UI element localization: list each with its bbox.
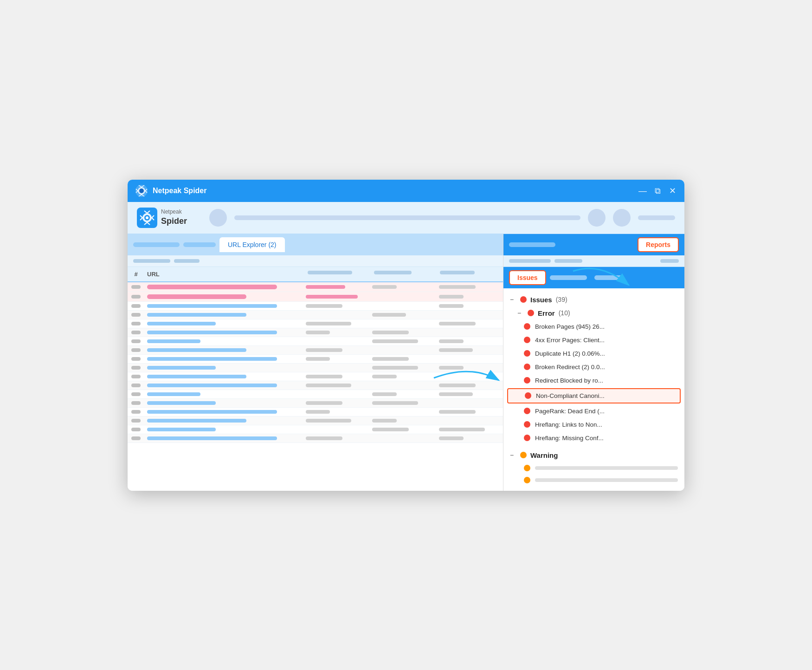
issue-dot [524, 323, 530, 330]
warning-item-dot [524, 465, 530, 471]
right-top-placeholder-1 [509, 242, 555, 247]
filter-item-2 [174, 259, 200, 263]
tab-placeholder-right1 [550, 275, 587, 280]
window-controls: — ⧉ ✕ [638, 187, 677, 195]
maximize-button[interactable]: ⧉ [653, 187, 662, 195]
table-row[interactable] [128, 364, 503, 372]
issue-label: Duplicate H1 (2) 0.06%... [535, 350, 678, 357]
app-window: Netpeak Spider — ⧉ ✕ [128, 180, 684, 491]
issue-item[interactable]: Hreflang: Links to Non... [503, 418, 684, 431]
collapse-error-btn[interactable]: − [517, 309, 524, 317]
issues-tab-bar: Issues [503, 267, 684, 288]
right-filter-bar [503, 255, 684, 267]
svg-line-20 [152, 215, 154, 218]
issue-item[interactable]: PageRank: Dead End (... [503, 404, 684, 418]
filter-bar [128, 255, 503, 267]
issues-tab[interactable]: Issues [509, 270, 546, 285]
table-row[interactable] [128, 292, 503, 302]
warning-item[interactable] [503, 474, 684, 486]
col-header-url: URL [144, 271, 305, 278]
tab-placeholder-1 [133, 242, 180, 247]
issue-item[interactable]: Hreflang: Missing Conf... [503, 431, 684, 445]
svg-line-21 [152, 218, 154, 220]
right-filter-ph1 [509, 259, 551, 263]
tab-placeholder-right2 [594, 275, 622, 280]
error-group-header: − Error (10) [503, 306, 684, 320]
app-header: NetpeakSpider [128, 202, 684, 234]
table-row[interactable] [128, 282, 503, 292]
main-area: URL Explorer (2) # URL [128, 234, 684, 491]
table-row[interactable] [128, 434, 503, 443]
right-filter-ph2 [554, 259, 582, 263]
col-header-num: # [128, 271, 144, 278]
table-row[interactable] [128, 311, 503, 319]
issue-label: PageRank: Dead End (... [535, 408, 678, 415]
header-action-bar [638, 215, 675, 220]
svg-line-15 [147, 211, 150, 213]
highlighted-issue-item[interactable]: Non-Compliant Canoni... [507, 388, 681, 403]
warning-bar-1 [535, 466, 678, 470]
issue-dot [524, 377, 530, 384]
header-search-bar[interactable] [234, 215, 580, 220]
table-header: # URL [128, 267, 503, 282]
table-row[interactable] [128, 302, 503, 311]
warning-bar-2 [535, 478, 678, 482]
error-group-label: Error [538, 309, 555, 317]
table-row[interactable] [128, 328, 503, 337]
table-row[interactable] [128, 425, 503, 434]
issue-dot [524, 364, 530, 370]
url-table: # URL [128, 267, 503, 491]
header-avatar [209, 209, 227, 227]
table-row[interactable] [128, 399, 503, 408]
svg-line-19 [140, 218, 142, 220]
right-filter-ph3 [660, 259, 679, 263]
highlighted-issue-label: Non-Compliant Canoni... [536, 392, 675, 399]
title-bar: Netpeak Spider — ⧉ ✕ [128, 180, 684, 202]
issues-root-label: Issues [530, 296, 552, 304]
left-panel: URL Explorer (2) # URL [128, 234, 503, 491]
issue-label: 4xx Error Pages: Client... [535, 337, 678, 344]
col-header-3 [305, 271, 371, 278]
app-icon [135, 184, 148, 197]
table-row[interactable] [128, 408, 503, 416]
title-bar-left: Netpeak Spider [135, 184, 206, 197]
highlighted-issue-dot [525, 392, 531, 399]
table-row[interactable] [128, 390, 503, 399]
col-header-5 [437, 271, 503, 278]
issue-item[interactable]: 4xx Error Pages: Client... [503, 333, 684, 347]
error-dot [528, 310, 534, 316]
issue-item[interactable]: Broken Pages (945) 26... [503, 320, 684, 333]
header-btn2[interactable] [613, 209, 631, 227]
app-logo: NetpeakSpider [137, 208, 202, 228]
logo-text: NetpeakSpider [161, 208, 187, 227]
issue-item[interactable]: Broken Redirect (2) 0.0... [503, 360, 684, 374]
table-row[interactable] [128, 381, 503, 390]
table-row[interactable] [128, 337, 503, 346]
warning-item[interactable] [503, 462, 684, 474]
collapse-issues-btn[interactable]: − [510, 296, 516, 303]
minimize-button[interactable]: — [638, 187, 647, 195]
issue-item[interactable]: Duplicate H1 (2) 0.06%... [503, 347, 684, 360]
tab-url-explorer[interactable]: URL Explorer (2) [219, 237, 285, 252]
table-row[interactable] [128, 319, 503, 328]
header-btn1[interactable] [588, 209, 606, 227]
svg-line-18 [140, 215, 142, 218]
table-row[interactable] [128, 355, 503, 364]
issue-item[interactable]: Redirect Blocked by ro... [503, 374, 684, 387]
svg-line-16 [144, 222, 147, 225]
svg-point-13 [146, 216, 148, 219]
error-group-count: (10) [559, 309, 570, 317]
close-button[interactable]: ✕ [668, 187, 677, 195]
table-row[interactable] [128, 346, 503, 355]
issue-dot [524, 337, 530, 343]
warning-group-label: Warning [530, 451, 558, 459]
warning-group-header: − Warning [503, 449, 684, 462]
svg-line-17 [147, 222, 150, 225]
col-header-4 [371, 271, 437, 278]
reports-button[interactable]: Reports [638, 237, 679, 252]
collapse-warning-btn[interactable]: − [510, 451, 516, 459]
svg-point-2 [139, 189, 144, 193]
table-row[interactable] [128, 372, 503, 381]
table-row[interactable] [128, 416, 503, 425]
warning-dot [520, 452, 527, 458]
